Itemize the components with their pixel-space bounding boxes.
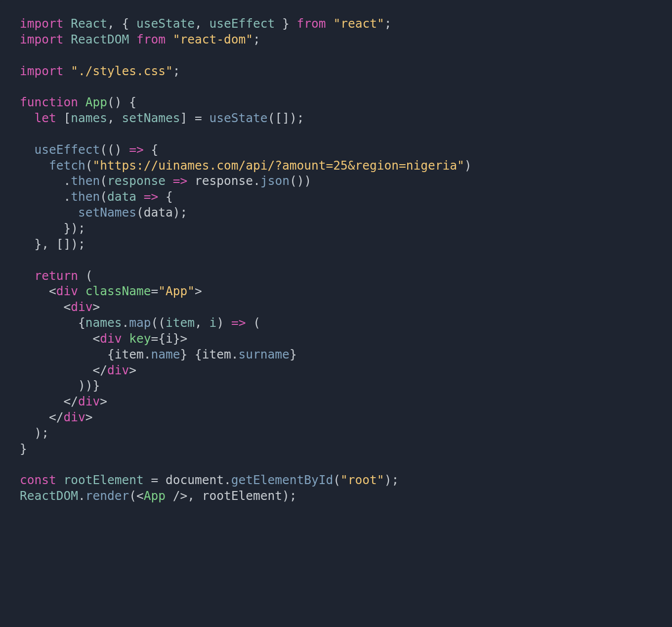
code-token: App	[85, 95, 107, 109]
code-token: names	[71, 111, 107, 125]
code-token: surname	[239, 347, 290, 361]
code-token: <	[20, 300, 71, 314]
code-token: function	[20, 95, 85, 109]
code-token	[20, 158, 49, 173]
code-token: json	[260, 174, 290, 188]
code-line	[20, 48, 27, 62]
code-token: ((	[151, 315, 166, 330]
code-token	[129, 32, 136, 46]
code-line: ))}	[20, 378, 100, 393]
code-token: ,	[195, 315, 210, 330]
code-content: import React, { useState, useEffect } fr…	[20, 16, 652, 504]
code-token: (	[85, 158, 93, 173]
code-token: key	[129, 331, 151, 346]
code-token: document	[166, 473, 224, 487]
code-token: .	[20, 189, 71, 204]
code-line: let [names, setNames] = useState([]);	[20, 111, 304, 125]
code-token: .	[231, 347, 239, 361]
code-token: );	[20, 426, 49, 440]
code-token: import	[20, 32, 71, 46]
code-token	[166, 174, 173, 188]
code-token: ;	[173, 64, 180, 78]
code-line: );	[20, 426, 49, 440]
code-token: .	[224, 473, 231, 487]
code-token: =	[151, 284, 159, 298]
code-token: App	[144, 489, 166, 503]
code-line: import "./styles.css";	[20, 64, 180, 78]
code-token	[136, 189, 144, 204]
code-token: useEffect	[35, 142, 100, 157]
code-token: .	[20, 174, 71, 188]
code-token: useEffect	[210, 16, 275, 31]
code-line: import React, { useState, useEffect } fr…	[20, 16, 391, 31]
code-token: useState	[210, 111, 268, 125]
code-token: (<	[129, 489, 144, 503]
code-token: ReactDOM	[20, 489, 78, 503]
code-line: </div>	[20, 410, 93, 424]
code-token: , {	[107, 16, 136, 31]
code-token	[78, 284, 85, 298]
code-token: >	[100, 394, 107, 408]
code-token: }	[20, 442, 27, 456]
code-token: map	[129, 315, 151, 330]
code-token: (()	[100, 142, 129, 157]
code-token: "react"	[333, 16, 384, 31]
code-token: item	[115, 347, 144, 361]
code-token: then	[71, 174, 100, 188]
code-token: from	[136, 32, 173, 46]
code-token: }, []);	[20, 237, 85, 251]
code-line: {item.name} {item.surname}	[20, 347, 297, 361]
code-token: setNames	[78, 205, 136, 220]
code-line: }	[20, 442, 27, 456]
code-token: div	[56, 284, 78, 298]
code-token: div	[107, 363, 129, 377]
code-line: function App() {	[20, 95, 136, 109]
code-token	[20, 205, 78, 220]
code-token: let	[35, 111, 64, 125]
code-token: ] =	[180, 111, 210, 125]
code-token: names	[85, 315, 122, 330]
code-token: response	[107, 174, 166, 188]
code-token: {	[20, 315, 85, 330]
code-token	[187, 174, 195, 188]
code-line: <div>	[20, 300, 100, 314]
code-token: ([]);	[268, 111, 304, 125]
code-token: {	[158, 189, 173, 204]
code-token: rootElement	[202, 489, 282, 503]
code-line: <div key={i}>	[20, 331, 187, 346]
code-token: >	[93, 300, 100, 314]
code-token: (	[100, 174, 107, 188]
code-token: fetch	[49, 158, 85, 173]
code-token: =>	[173, 174, 188, 188]
code-line	[20, 457, 27, 472]
code-token: rootElement	[64, 473, 144, 487]
code-token: } {	[180, 347, 202, 361]
code-line: {names.map((item, i) => (	[20, 315, 260, 330]
code-line	[20, 127, 27, 141]
code-token: );	[173, 205, 188, 220]
code-token: item	[166, 315, 195, 330]
code-token: className	[85, 284, 151, 298]
code-token: {	[20, 347, 115, 361]
code-token: (	[136, 205, 144, 220]
code-token: />,	[166, 489, 202, 503]
code-line: .then(response => response.json())	[20, 174, 311, 188]
code-line: ReactDOM.render(<App />, rootElement);	[20, 489, 297, 503]
code-token: {	[144, 142, 159, 157]
code-token: useState	[136, 16, 195, 31]
code-token: =>	[231, 315, 246, 330]
code-token: .	[144, 347, 151, 361]
code-line: </div>	[20, 363, 136, 377]
code-token: ={	[151, 331, 166, 346]
code-line: .then(data => {	[20, 189, 173, 204]
code-token: div	[78, 394, 100, 408]
code-token: }>	[173, 331, 188, 346]
code-token: const	[20, 473, 64, 487]
code-token: then	[71, 189, 100, 204]
code-token	[20, 111, 35, 125]
code-line: return (	[20, 269, 93, 283]
code-token: data	[144, 205, 173, 220]
code-token: });	[20, 221, 85, 235]
code-line	[20, 79, 27, 93]
code-token: }	[290, 347, 297, 361]
